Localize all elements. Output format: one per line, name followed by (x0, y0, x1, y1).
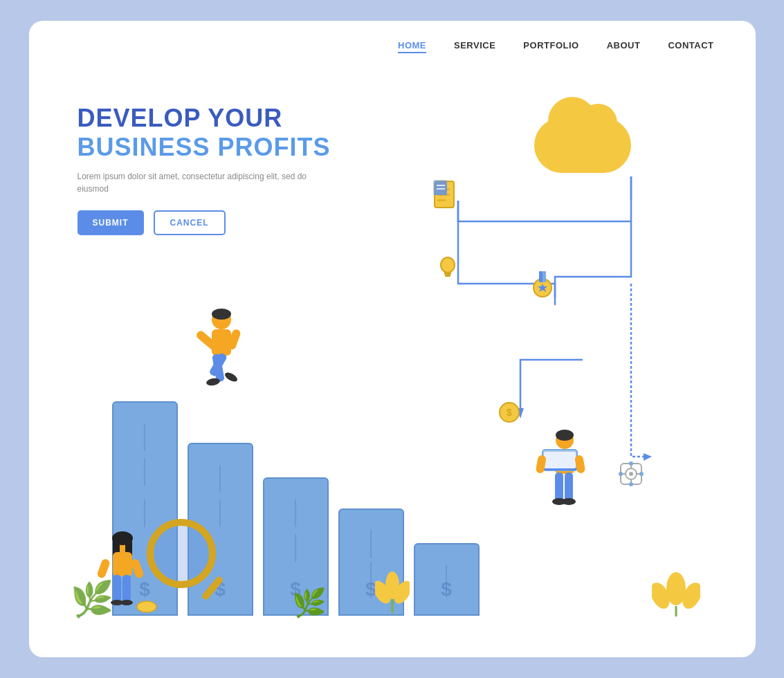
svg-rect-13 (444, 272, 451, 275)
magnifier-handle (201, 575, 224, 601)
gold-coin-bottom (136, 601, 157, 616)
svg-rect-46 (113, 575, 121, 603)
coin-icon: $ (498, 401, 520, 428)
svg-point-30 (619, 472, 623, 476)
svg-point-31 (639, 472, 644, 476)
svg-point-12 (441, 257, 455, 273)
nav-contact[interactable]: CONTACT (668, 40, 713, 53)
svg-rect-61 (544, 452, 576, 468)
nav-about[interactable]: ABOUT (607, 40, 641, 53)
plant-2 (375, 571, 410, 619)
svg-rect-51 (129, 558, 144, 579)
document-icon (433, 180, 458, 215)
svg-rect-55 (555, 473, 563, 502)
bar-5 (414, 543, 480, 616)
nav-portfolio[interactable]: PORTFOLIO (523, 40, 578, 53)
cloud-icon (534, 118, 631, 173)
magnifier-icon (147, 519, 230, 602)
cloud-shape (534, 118, 631, 173)
svg-rect-56 (565, 473, 573, 502)
circuit-icon (614, 457, 648, 496)
svg-point-33 (212, 309, 231, 320)
illustration-area: $ (29, 62, 756, 657)
plant-3 (652, 571, 700, 619)
medal-icon (530, 270, 555, 304)
svg-point-72 (137, 601, 156, 612)
svg-rect-17 (539, 271, 543, 282)
svg-text:$: $ (507, 407, 512, 418)
svg-rect-18 (543, 271, 546, 282)
navigation: HOME SERVICE PORTFOLIO ABOUT CONTACT (29, 21, 756, 53)
svg-rect-50 (96, 558, 111, 579)
nav-service[interactable]: SERVICE (454, 40, 495, 53)
leaf-decoration: 🌿 (71, 579, 113, 619)
svg-point-29 (629, 482, 633, 486)
bulb-icon (437, 256, 458, 286)
nav-home[interactable]: HOME (398, 40, 426, 53)
svg-point-58 (562, 498, 576, 505)
magnifier-glass (147, 519, 216, 588)
plant-1: 🌿 (292, 587, 327, 619)
svg-point-49 (120, 600, 133, 605)
svg-rect-63 (574, 455, 585, 474)
svg-rect-9 (435, 181, 447, 195)
svg-point-28 (629, 461, 633, 466)
person-1 (187, 309, 249, 401)
main-card: HOME SERVICE PORTFOLIO ABOUT CONTACT DEV… (29, 21, 756, 657)
svg-rect-14 (445, 275, 450, 277)
svg-point-38 (223, 371, 238, 384)
person-3 (536, 429, 598, 522)
svg-point-53 (556, 430, 574, 441)
svg-point-27 (629, 472, 633, 476)
svg-rect-47 (122, 575, 131, 603)
svg-rect-45 (113, 552, 132, 576)
svg-rect-7 (437, 199, 446, 201)
